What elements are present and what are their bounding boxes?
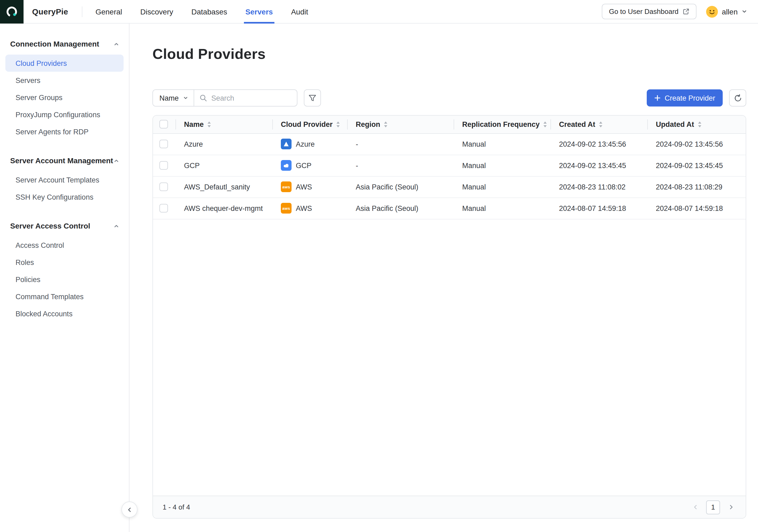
dashboard-button-label: Go to User Dashboard	[609, 8, 678, 16]
sidebar-item-server-groups[interactable]: Server Groups	[5, 89, 123, 106]
sidebar-section-server-account-management: Server Account Management Server Account…	[0, 153, 129, 205]
column-header-region[interactable]: Region	[347, 116, 454, 133]
create-provider-label: Create Provider	[665, 94, 715, 102]
table-row[interactable]: GCP GCP - Manual	[153, 155, 746, 176]
created-at-cell: 2024-08-07 14:59:18	[550, 197, 647, 219]
sidebar-item-cloud-providers[interactable]: Cloud Providers	[5, 54, 123, 72]
nav-servers[interactable]: Servers	[245, 0, 273, 23]
row-checkbox[interactable]	[159, 183, 168, 191]
sidebar-item-access-control[interactable]: Access Control	[5, 236, 123, 254]
search-field-select[interactable]: Name	[153, 90, 194, 106]
region-cell: -	[347, 133, 454, 155]
page-title: Cloud Providers	[153, 46, 746, 63]
go-to-user-dashboard-button[interactable]: Go to User Dashboard	[602, 4, 697, 19]
column-label: Created At	[559, 121, 595, 128]
section-title: Server Access Control	[10, 222, 90, 230]
table-row[interactable]: AWS_Defautl_sanity aws AWS Asia Pacific …	[153, 176, 746, 197]
page-number-button[interactable]: 1	[706, 500, 720, 514]
prev-page-button[interactable]	[690, 500, 701, 514]
column-label: Name	[184, 121, 204, 128]
search-field-label: Name	[159, 94, 179, 102]
replication-frequency-cell: Manual	[454, 133, 550, 155]
search-input[interactable]	[207, 94, 297, 102]
table-row[interactable]: AWS chequer-dev-mgmt aws AWS Asia Pacifi…	[153, 197, 746, 219]
section-title: Server Account Management	[10, 156, 113, 165]
filter-icon	[309, 94, 316, 101]
chevron-left-icon	[126, 507, 132, 513]
provider-label: AWS	[296, 183, 312, 191]
chevron-down-icon	[741, 9, 747, 15]
sort-icon	[698, 122, 701, 127]
nav-databases[interactable]: Databases	[191, 0, 227, 23]
providers-table: Name Cloud Provider Region Replication F…	[153, 116, 746, 219]
column-label: Cloud Provider	[281, 121, 333, 128]
next-page-button[interactable]	[725, 500, 736, 514]
user-menu[interactable]: allen	[706, 6, 747, 18]
chevron-up-icon	[114, 41, 119, 47]
main-nav: General Discovery Databases Servers Audi…	[95, 0, 308, 23]
sidebar-section-connection-management: Connection Management Cloud Providers Se…	[0, 36, 129, 140]
sidebar-item-server-agents-for-rdp[interactable]: Server Agents for RDP	[5, 123, 123, 140]
column-header-name[interactable]: Name	[175, 116, 272, 133]
chevron-left-icon	[693, 504, 698, 510]
sidebar-item-command-templates[interactable]: Command Templates	[5, 288, 123, 305]
refresh-button[interactable]	[729, 89, 746, 107]
section-header-server-access-control[interactable]: Server Access Control	[0, 218, 129, 233]
sidebar: Connection Management Cloud Providers Se…	[0, 23, 129, 532]
chevron-right-icon	[728, 504, 734, 510]
select-all-cell	[153, 116, 175, 133]
name-cell: AWS_Defautl_sanity	[175, 176, 272, 197]
column-label: Region	[356, 121, 380, 128]
sidebar-item-servers[interactable]: Servers	[5, 72, 123, 89]
nav-general[interactable]: General	[95, 0, 122, 23]
brand-name: QueryPie	[32, 7, 68, 16]
updated-at-cell: 2024-08-07 14:59:18	[647, 197, 746, 219]
search-icon	[199, 94, 207, 102]
column-header-replication-frequency[interactable]: Replication Frequency	[454, 116, 550, 133]
querypie-logo[interactable]	[0, 0, 23, 23]
column-header-created-at[interactable]: Created At	[550, 116, 647, 133]
nav-discovery[interactable]: Discovery	[140, 0, 173, 23]
updated-at-cell: 2024-09-02 13:45:56	[647, 133, 746, 155]
gcp-icon	[281, 160, 292, 171]
section-header-server-account-management[interactable]: Server Account Management	[0, 153, 129, 168]
sidebar-item-blocked-accounts[interactable]: Blocked Accounts	[5, 305, 123, 322]
region-cell: Asia Pacific (Seoul)	[347, 176, 454, 197]
name-cell: Azure	[175, 133, 272, 155]
provider-label: AWS	[296, 204, 312, 212]
sidebar-item-roles[interactable]: Roles	[5, 254, 123, 271]
section-header-connection-management[interactable]: Connection Management	[0, 36, 129, 52]
column-header-updated-at[interactable]: Updated At	[647, 116, 746, 133]
page-body: Connection Management Cloud Providers Se…	[0, 23, 758, 532]
toolbar-right: Create Provider	[647, 89, 746, 107]
column-header-cloud-provider[interactable]: Cloud Provider	[272, 116, 347, 133]
nav-audit[interactable]: Audit	[291, 0, 308, 23]
sort-icon	[208, 122, 211, 127]
sidebar-item-server-account-templates[interactable]: Server Account Templates	[5, 171, 123, 188]
create-provider-button[interactable]: Create Provider	[647, 89, 723, 107]
select-all-checkbox[interactable]	[159, 120, 168, 129]
filter-button[interactable]	[304, 89, 321, 107]
sidebar-item-ssh-key-configurations[interactable]: SSH Key Configurations	[5, 188, 123, 205]
sidebar-item-proxyjump-configurations[interactable]: ProxyJump Configurations	[5, 106, 123, 123]
sidebar-item-policies[interactable]: Policies	[5, 271, 123, 288]
row-checkbox[interactable]	[159, 204, 168, 212]
querypie-logo-mark	[5, 5, 18, 18]
header-right: Go to User Dashboard allen	[602, 4, 758, 19]
row-checkbox[interactable]	[159, 140, 168, 148]
updated-at-cell: 2024-09-02 13:45:45	[647, 155, 746, 176]
sidebar-section-server-access-control: Server Access Control Access Control Rol…	[0, 218, 129, 322]
table-footer: 1 - 4 of 4 1	[153, 496, 746, 518]
azure-icon	[281, 139, 292, 149]
replication-frequency-cell: Manual	[454, 176, 550, 197]
updated-at-cell: 2024-08-23 11:08:29	[647, 176, 746, 197]
sort-icon	[543, 122, 547, 127]
sort-icon	[384, 122, 387, 127]
row-checkbox[interactable]	[159, 161, 168, 170]
table-row[interactable]: Azure Azure - Manual	[153, 133, 746, 155]
created-at-cell: 2024-09-02 13:45:56	[550, 133, 647, 155]
replication-frequency-cell: Manual	[454, 197, 550, 219]
plus-icon	[654, 95, 661, 101]
collapse-sidebar-button[interactable]	[121, 502, 137, 517]
region-cell: -	[347, 155, 454, 176]
